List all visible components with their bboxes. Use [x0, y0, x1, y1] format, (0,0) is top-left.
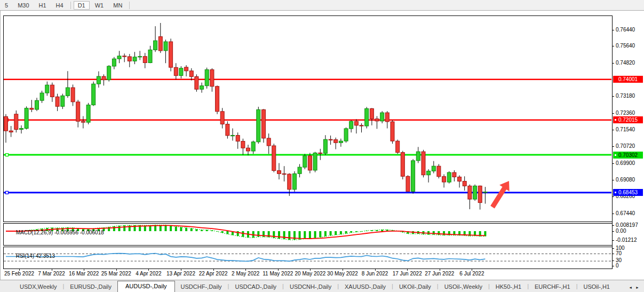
candle-body-down — [102, 76, 106, 80]
timeframe-mn[interactable]: MN — [109, 1, 126, 10]
candle-body-up — [40, 93, 44, 100]
tab-hk50-h1[interactable]: HK50-,H1 — [490, 282, 527, 292]
candle-body-down — [458, 177, 462, 181]
candle-body-down — [30, 108, 34, 109]
date-label: 11 May 2022 — [263, 271, 293, 277]
price-tick-label: 0.71540 — [616, 127, 635, 132]
price-chart-canvas[interactable] — [4, 16, 611, 222]
price-pane[interactable] — [3, 15, 612, 222]
macd-tick-label: 0.008197 — [616, 222, 638, 228]
date-axis[interactable]: 25 Feb 20227 Mar 202216 Mar 202225 Mar 2… — [1, 269, 644, 280]
date-label: 17 Jun 2022 — [393, 271, 422, 277]
candle-body-up — [154, 41, 157, 50]
timeframe-toolbar: 5M30H1H4D1W1MN — [0, 0, 644, 11]
candle-body-up — [411, 161, 415, 192]
candle-body-down — [442, 177, 446, 182]
rsi-indicator-label: RSI(14) 42.3513 — [7, 247, 55, 265]
price-tick-mark — [612, 30, 614, 30]
candle-body-down — [360, 125, 363, 126]
candle-body-up — [148, 50, 152, 62]
candle-body-up — [416, 152, 420, 161]
tab-eurusd-daily[interactable]: EURUSD-,Daily — [64, 282, 117, 292]
toolbar-separator — [129, 2, 130, 9]
price-tick-mark — [612, 96, 614, 97]
candle-body-up — [303, 156, 307, 167]
price-tick-mark — [612, 163, 614, 164]
hline-flag-handle[interactable] — [614, 119, 617, 121]
price-tick-label: 0.69080 — [616, 177, 635, 183]
tab-scroll-left-icon[interactable]: ◄ — [629, 286, 635, 289]
candle-body-up — [200, 86, 204, 90]
candle-body-up — [298, 167, 301, 173]
price-tick-label: 0.75640 — [616, 43, 635, 49]
hline-handle[interactable] — [6, 191, 9, 194]
timeframe-h4[interactable]: H4 — [52, 1, 68, 10]
price-tick-mark — [612, 214, 614, 214]
candle-body-up — [205, 70, 209, 86]
tab-eurchf-h1[interactable]: EURCHF-,H1 — [529, 282, 576, 292]
tab-audusd-daily[interactable]: AUDUSD-,Daily — [117, 281, 175, 292]
price-tick-label: 0.70720 — [616, 143, 635, 149]
candle-body-up — [45, 85, 49, 93]
rsi-pane[interactable] — [3, 247, 612, 269]
tab-scroll-arrows: ◄► — [629, 286, 642, 289]
candle-body-up — [365, 109, 369, 127]
candle-body-up — [432, 166, 435, 171]
macd-values: -0.005956 -0.006018 — [54, 230, 104, 235]
date-label: 8 Jun 2022 — [362, 271, 388, 277]
candle-body-down — [401, 153, 404, 177]
candle-body-down — [422, 152, 425, 175]
candle-body-down — [81, 121, 85, 122]
candles-group — [4, 23, 487, 210]
timeframe-h1[interactable]: H1 — [35, 1, 51, 10]
tab-usoil-weekly[interactable]: USOil-,Weekly — [439, 282, 488, 292]
candle-body-down — [241, 141, 245, 148]
candle-body-down — [9, 131, 13, 132]
candle-body-down — [174, 67, 178, 75]
timeframe-w1[interactable]: W1 — [91, 1, 108, 10]
hline-flag-handle[interactable] — [614, 191, 617, 194]
candle-body-down — [385, 113, 389, 122]
candle-body-down — [128, 57, 131, 61]
rsi-tick-label: 70 — [616, 250, 622, 256]
rsi-canvas[interactable] — [4, 247, 611, 269]
date-label: 20 May 2022 — [295, 271, 325, 277]
price-tick-label: 0.73180 — [616, 93, 635, 99]
date-label: 6 Jul 2022 — [459, 271, 484, 277]
candle-body-down — [71, 88, 75, 102]
tab-usdcad-daily[interactable]: USDCAD-,Daily — [229, 282, 282, 292]
rsi-tick-mark — [612, 248, 614, 249]
candle-body-down — [468, 186, 472, 199]
candle-body-up — [339, 141, 343, 143]
candle-body-down — [50, 85, 54, 97]
hline-handle[interactable] — [6, 154, 9, 156]
hline-flag-handle[interactable] — [614, 154, 617, 156]
chart-tabbar: USDX,Weekly|EURUSD-,DailyAUDUSD-,DailyUS… — [0, 280, 644, 292]
candle-body-up — [349, 121, 353, 129]
candle-body-up — [20, 129, 23, 130]
macd-tick-mark — [612, 240, 614, 241]
tab-xauusd-daily[interactable]: XAUUSD-,Daily — [339, 282, 392, 292]
tab-usdchf-daily[interactable]: USDCHF-,Daily — [175, 282, 228, 292]
tab-usoil-h1[interactable]: USOil-,H1 — [577, 282, 616, 292]
rsi-line — [6, 254, 485, 262]
timeframe-d1[interactable]: D1 — [74, 1, 90, 10]
tab-usdx-weekly[interactable]: USDX,Weekly — [14, 282, 62, 292]
tab-usdcnh-daily[interactable]: USDCNH-,Daily — [284, 282, 337, 292]
candle-body-down — [406, 176, 410, 191]
tab-ukoil-daily[interactable]: UKOil-,Daily — [393, 282, 437, 292]
date-label: 27 Jun 2022 — [425, 271, 454, 277]
timeframe-5[interactable]: 5 — [1, 1, 12, 10]
candle-body-up — [61, 96, 65, 106]
price-tick-mark — [612, 46, 614, 46]
up-arrow-annotation[interactable] — [490, 181, 510, 208]
tab-scroll-right-icon[interactable]: ► — [635, 286, 642, 289]
macd-tick-mark — [612, 225, 614, 226]
candle-body-down — [189, 71, 193, 77]
candle-body-down — [4, 116, 8, 131]
rsi-tick-mark — [612, 266, 614, 266]
candle-body-down — [210, 70, 214, 86]
candle-body-up — [86, 105, 90, 123]
timeframe-m30[interactable]: M30 — [13, 1, 33, 10]
price-tick-mark — [612, 113, 614, 114]
